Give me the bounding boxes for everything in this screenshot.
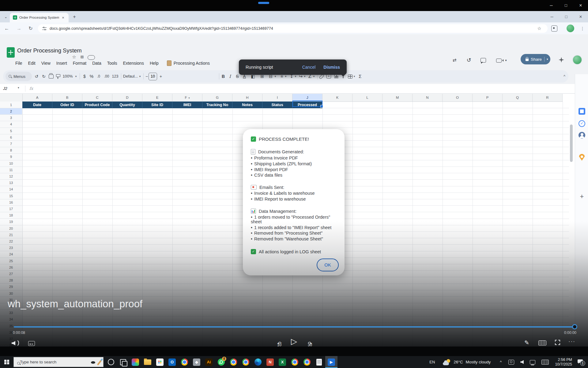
row-number-2[interactable]: 2 bbox=[0, 108, 22, 115]
currency-format-button[interactable]: $ bbox=[81, 70, 88, 82]
zoom-select[interactable]: 100% bbox=[61, 70, 74, 82]
zoom-caret-icon[interactable]: ▾ bbox=[74, 70, 78, 82]
network-icon[interactable] bbox=[530, 360, 535, 364]
header-cell-quantity[interactable]: Quantity bbox=[112, 102, 142, 108]
select-all-corner[interactable] bbox=[0, 94, 23, 102]
maps-icon[interactable] bbox=[579, 154, 585, 161]
tasks-icon[interactable]: ✓ bbox=[579, 120, 585, 127]
chrome-icon[interactable] bbox=[178, 356, 190, 368]
column-letter-N[interactable]: N bbox=[413, 94, 443, 102]
header-cell-tracking-no[interactable]: Tracking No bbox=[202, 102, 232, 108]
increase-font-button[interactable]: + bbox=[159, 70, 163, 82]
menu-insert[interactable]: Insert bbox=[56, 61, 67, 66]
row-number-5[interactable]: 5 bbox=[0, 128, 22, 134]
column-letter-E[interactable]: E bbox=[142, 94, 172, 102]
edge-icon[interactable] bbox=[252, 356, 264, 368]
clock[interactable]: 2:56 PM 10/7/2025 bbox=[555, 358, 572, 367]
tab-search-icon[interactable]: ⌄ bbox=[2, 13, 9, 20]
paint-format-icon[interactable] bbox=[56, 74, 60, 77]
chrome-icon[interactable] bbox=[227, 356, 239, 368]
table-caret-icon[interactable]: ▾ bbox=[353, 70, 356, 82]
captions-icon[interactable] bbox=[28, 341, 35, 346]
new-tab-button[interactable]: + bbox=[72, 14, 77, 20]
row-number-3[interactable]: 3 bbox=[0, 115, 22, 121]
toast-dismiss-button[interactable]: Dismiss bbox=[323, 65, 340, 70]
menu-edit[interactable]: Edit bbox=[28, 61, 36, 66]
decrease-font-button[interactable]: − bbox=[145, 70, 149, 82]
cortana-icon[interactable] bbox=[105, 356, 117, 368]
row-number-10[interactable]: 10 bbox=[0, 160, 22, 167]
file-explorer-icon[interactable] bbox=[141, 356, 154, 368]
star-document-icon[interactable]: ☆ bbox=[71, 54, 77, 60]
sheets-logo-icon[interactable] bbox=[7, 47, 15, 58]
more-options-icon[interactable]: ··· bbox=[568, 339, 575, 345]
row-number-12[interactable]: 12 bbox=[0, 173, 22, 180]
row-number-13[interactable]: 13 bbox=[0, 180, 22, 186]
browser-profile-avatar[interactable] bbox=[567, 25, 574, 32]
column-letter-Q[interactable]: Q bbox=[503, 94, 533, 102]
site-settings-icon[interactable] bbox=[42, 27, 47, 30]
extensions-icon[interactable] bbox=[551, 25, 557, 32]
bookmark-star-icon[interactable]: ☆ bbox=[537, 26, 542, 31]
column-filter-caret-icon[interactable]: ▾ bbox=[189, 97, 190, 99]
onenote-icon[interactable]: N bbox=[264, 356, 276, 368]
fill-handle[interactable] bbox=[320, 105, 323, 108]
contacts-icon[interactable] bbox=[579, 132, 585, 139]
gemini-sparkle-icon[interactable] bbox=[559, 57, 564, 63]
chrome-icon[interactable] bbox=[288, 356, 301, 368]
menu-help[interactable]: Help bbox=[150, 61, 159, 66]
comment-icon[interactable] bbox=[481, 58, 486, 63]
menu-tools[interactable]: Tools bbox=[107, 61, 117, 66]
header-cell-notes[interactable]: Notes bbox=[232, 102, 262, 108]
insert-chart-icon[interactable] bbox=[334, 75, 338, 78]
chrome-icon[interactable] bbox=[239, 356, 252, 368]
row-number-7[interactable]: 7 bbox=[0, 141, 22, 147]
sketch-icon[interactable]: ◆ bbox=[190, 356, 203, 368]
fullscreen-icon[interactable] bbox=[555, 340, 560, 345]
row-number-17[interactable]: 17 bbox=[0, 206, 22, 212]
column-letter-K[interactable]: K bbox=[322, 94, 352, 102]
column-letter-G[interactable]: G bbox=[202, 94, 232, 102]
font-caret-icon[interactable]: ▾ bbox=[138, 70, 142, 82]
column-letter-P[interactable]: P bbox=[473, 94, 503, 102]
menu-processing-actions[interactable]: Processing Actions bbox=[167, 60, 210, 66]
version-history-icon[interactable]: ↺ bbox=[465, 56, 473, 64]
store-icon[interactable] bbox=[154, 356, 166, 368]
browser-tab[interactable]: Order Processing System - Goo × bbox=[10, 13, 69, 22]
meet-camera-icon[interactable] bbox=[496, 59, 502, 63]
browser-menu-icon[interactable]: ⋮ bbox=[580, 25, 585, 32]
row-number-6[interactable]: 6 bbox=[0, 134, 22, 141]
seek-bar[interactable] bbox=[14, 326, 575, 328]
column-letter-M[interactable]: M bbox=[383, 94, 413, 102]
tray-expand-icon[interactable]: ^ bbox=[500, 360, 502, 364]
more-formats-button[interactable]: 123 bbox=[111, 70, 119, 82]
menu-data[interactable]: Data bbox=[92, 61, 101, 66]
column-letter-I[interactable]: I bbox=[262, 94, 292, 102]
increase-decimal-button[interactable]: .00 bbox=[103, 70, 111, 82]
menu-view[interactable]: View bbox=[41, 61, 51, 66]
functions-icon[interactable]: Σ bbox=[357, 70, 363, 82]
back-icon[interactable]: ← bbox=[3, 25, 10, 32]
meet-now-icon[interactable] bbox=[508, 360, 514, 365]
language-indicator[interactable]: EN bbox=[429, 360, 435, 364]
skip-back-10-button[interactable]: 10 bbox=[274, 337, 285, 349]
forward-icon[interactable]: → bbox=[15, 25, 23, 32]
menu-format[interactable]: Format bbox=[73, 61, 86, 66]
row-number-14[interactable]: 14 bbox=[0, 186, 22, 193]
selected-cell-j2[interactable] bbox=[292, 101, 322, 107]
share-caret-icon[interactable]: ▾ bbox=[544, 57, 548, 62]
menus-search-button[interactable]: Menus bbox=[6, 72, 32, 81]
document-title[interactable]: Order Processing System bbox=[17, 47, 82, 55]
header-cell-site-id[interactable]: Site ID bbox=[142, 102, 172, 108]
jump-to-edit-icon[interactable]: ⇄ bbox=[451, 56, 458, 64]
start-button[interactable] bbox=[0, 356, 13, 368]
column-letter-F[interactable]: F▾ bbox=[172, 94, 202, 102]
row-number-4[interactable]: 4 bbox=[0, 121, 22, 128]
taskbar-search-input[interactable]: Type here to search bbox=[13, 357, 104, 367]
hide-toolbar-icon[interactable]: ^ bbox=[561, 70, 567, 82]
move-folder-icon[interactable]: ⊞ bbox=[79, 54, 85, 60]
calendar-icon[interactable] bbox=[579, 108, 585, 115]
font-style-select[interactable]: Defaul... bbox=[123, 70, 138, 82]
column-letter-R[interactable]: R bbox=[533, 94, 563, 102]
excel-icon[interactable]: X bbox=[276, 356, 288, 368]
